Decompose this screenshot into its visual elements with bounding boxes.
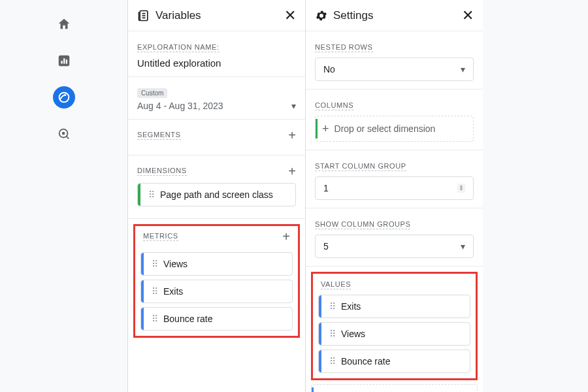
metric-chip-label: Bounce rate <box>163 314 213 324</box>
svg-rect-2 <box>63 58 65 63</box>
variables-header: Variables ✕ <box>128 0 305 31</box>
chevron-down-icon: ▾ <box>461 64 465 74</box>
start-column-group-label: START COLUMN GROUP <box>315 162 406 171</box>
columns-dropzone-label: Drop or select dimension <box>335 123 436 134</box>
dimension-chip[interactable]: ⠿ Page path and screen class <box>137 183 296 206</box>
add-dimension-button[interactable]: + <box>288 165 296 178</box>
show-column-groups-value: 5 <box>323 241 329 252</box>
variables-title: Variables <box>155 9 201 22</box>
explore-icon[interactable] <box>53 86 75 108</box>
close-settings-button[interactable]: ✕ <box>462 8 474 23</box>
chevron-down-icon: ▾ <box>291 101 296 111</box>
value-chip-label: Views <box>341 329 365 339</box>
date-range-section[interactable]: Custom Aug 4 - Aug 31, 2023 ▾ <box>128 77 305 120</box>
drag-handle-icon[interactable]: ⠿ <box>329 329 335 339</box>
value-chip-label: Bounce rate <box>341 356 391 367</box>
columns-label: COLUMNS <box>315 101 353 110</box>
metric-chip-label: Views <box>163 259 188 269</box>
svg-rect-1 <box>61 61 62 64</box>
drag-handle-icon[interactable]: ⠿ <box>148 189 154 200</box>
value-chip[interactable]: ⠿ Exits <box>318 295 470 318</box>
nested-rows-label: NESTED ROWS <box>315 43 373 52</box>
svg-rect-3 <box>65 59 67 63</box>
drag-handle-icon[interactable]: ⠿ <box>152 259 157 269</box>
drag-handle-icon[interactable]: ⠿ <box>152 286 157 297</box>
nested-rows-value: No <box>323 64 335 74</box>
plus-icon: + <box>322 123 329 135</box>
reports-icon[interactable] <box>53 50 75 72</box>
dimension-stripe <box>316 119 318 139</box>
show-column-groups-select[interactable]: 5 ▾ <box>315 235 474 258</box>
exploration-name-input[interactable]: Untitled exploration <box>137 57 296 69</box>
advertising-icon[interactable] <box>53 123 75 145</box>
variables-icon <box>137 9 150 22</box>
start-column-group-section: START COLUMN GROUP 1 ▴▾ <box>306 150 483 208</box>
dimensions-label: DIMENSIONS <box>137 167 187 176</box>
show-column-groups-label: SHOW COLUMN GROUPS <box>315 220 410 229</box>
value-chip[interactable]: ⠿ Views <box>318 322 470 346</box>
metrics-section: METRICS + ⠿ Views ⠿ Exits ⠿ Bounce rate <box>128 219 305 339</box>
svg-point-7 <box>61 132 65 135</box>
values-dropzone[interactable]: + Drop or select metric <box>311 384 478 392</box>
drag-handle-icon[interactable]: ⠿ <box>329 356 335 367</box>
settings-panel: Settings ✕ NESTED ROWS No ▾ COLUMNS + Dr… <box>305 0 483 392</box>
home-icon[interactable] <box>53 13 75 35</box>
drag-handle-icon[interactable]: ⠿ <box>152 314 157 324</box>
add-segment-button[interactable]: + <box>288 129 296 142</box>
settings-title: Settings <box>333 9 373 22</box>
value-chip-label: Exits <box>341 301 361 312</box>
dimensions-section: DIMENSIONS + ⠿ Page path and screen clas… <box>128 155 305 219</box>
values-label: VALUES <box>321 280 351 289</box>
add-metric-button[interactable]: + <box>282 230 290 243</box>
close-variables-button[interactable]: ✕ <box>284 8 296 23</box>
metric-chip-label: Exits <box>163 286 183 297</box>
metric-stripe <box>319 350 321 372</box>
gear-icon <box>315 9 328 22</box>
dimension-chip-label: Page path and screen class <box>160 189 273 200</box>
values-section: VALUES ⠿ Exits ⠿ Views ⠿ Bounce rate + D… <box>306 267 483 392</box>
columns-dropzone[interactable]: + Drop or select dimension <box>315 116 474 142</box>
values-highlight: VALUES ⠿ Exits ⠿ Views ⠿ Bounce rate <box>311 272 478 380</box>
metric-stripe <box>319 323 321 345</box>
settings-header: Settings ✕ <box>306 0 483 31</box>
nested-rows-select[interactable]: No ▾ <box>315 57 474 81</box>
date-range-tag: Custom <box>137 88 167 98</box>
dimension-stripe <box>138 184 140 206</box>
variables-panel: Variables ✕ EXPLORATION NAME: Untitled e… <box>127 0 305 392</box>
date-range-value: Aug 4 - Aug 31, 2023 <box>137 101 223 111</box>
start-column-value: 1 <box>323 183 329 193</box>
nav-rail <box>0 0 127 392</box>
exploration-name-label: EXPLORATION NAME: <box>137 43 220 52</box>
metrics-label: METRICS <box>143 232 178 241</box>
metric-stripe <box>141 280 144 302</box>
nested-rows-section: NESTED ROWS No ▾ <box>306 31 483 90</box>
metric-stripe <box>141 308 144 330</box>
metric-chip[interactable]: ⠿ Bounce rate <box>140 307 293 331</box>
metric-chip[interactable]: ⠿ Exits <box>140 280 293 303</box>
value-chip[interactable]: ⠿ Bounce rate <box>318 350 470 373</box>
metric-stripe <box>312 387 314 392</box>
start-column-spinner[interactable]: 1 ▴▾ <box>315 176 474 200</box>
number-spinner-icon[interactable]: ▴▾ <box>457 184 465 193</box>
metric-chip[interactable]: ⠿ Views <box>140 252 293 276</box>
columns-section: COLUMNS + Drop or select dimension <box>306 90 483 150</box>
svg-point-4 <box>59 93 69 103</box>
drag-handle-icon[interactable]: ⠿ <box>329 301 335 312</box>
svg-point-5 <box>64 94 66 96</box>
metric-stripe <box>319 295 321 318</box>
show-column-groups-section: SHOW COLUMN GROUPS 5 ▾ <box>306 208 483 267</box>
chevron-down-icon: ▾ <box>461 241 465 252</box>
metrics-highlight: METRICS + ⠿ Views ⠿ Exits ⠿ Bounce rate <box>133 224 300 338</box>
exploration-name-section: EXPLORATION NAME: Untitled exploration <box>128 31 305 77</box>
segments-section: SEGMENTS + <box>128 120 305 155</box>
segments-label: SEGMENTS <box>137 131 181 140</box>
metric-stripe <box>141 253 144 275</box>
